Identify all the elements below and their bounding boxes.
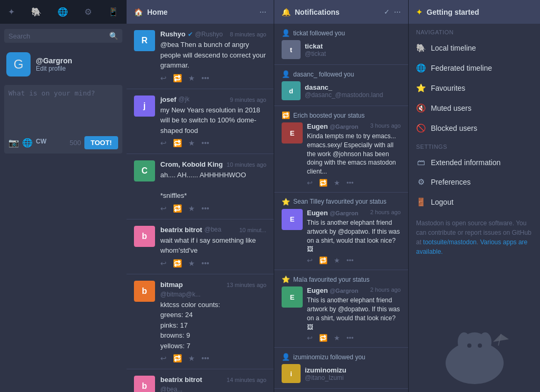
toot-button[interactable]: TOOT! (84, 136, 118, 149)
notif-reply-icon[interactable]: ↩ (307, 256, 313, 264)
fav-icon[interactable]: ★ (188, 74, 195, 82)
notif-more-icon[interactable]: ••• (346, 334, 354, 342)
status-avatar[interactable]: b (134, 226, 155, 247)
search-bar[interactable]: 🔍 (4, 29, 122, 43)
notif-user-avatar[interactable]: t (282, 40, 301, 59)
more-icon[interactable]: ••• (201, 259, 209, 267)
notif-type-icon: 👤 (282, 353, 290, 361)
more-icon[interactable]: ••• (201, 139, 209, 147)
reply-icon[interactable]: ↩ (160, 139, 167, 147)
notif-message: Maïa favourited your status (293, 276, 370, 283)
notif-status-time: 2 hours ago (370, 209, 401, 217)
compose-textarea[interactable] (8, 89, 118, 131)
settings-label: SETTINGS (409, 138, 540, 152)
notif-user-name: izuminomizu (305, 366, 346, 374)
notif-status-avatar[interactable]: E (282, 286, 303, 308)
svg-point-2 (455, 349, 468, 370)
github-link[interactable]: tootsuite/mastodon (423, 238, 476, 246)
notif-user-row: i izuminomizu @itano_Izumi (282, 364, 401, 383)
status-content: Rushyo ✔ @Rushyo 8 minutes ago @bea Then… (160, 30, 266, 82)
status-avatar[interactable]: C (134, 160, 155, 181)
filter-icon[interactable]: ⋯ (394, 8, 401, 16)
edit-profile-link[interactable]: Edit profile (36, 65, 72, 72)
notif-status-avatar[interactable]: E (282, 122, 303, 144)
fav-icon[interactable]: ★ (188, 354, 195, 362)
nav-icon-settings[interactable]: ⚙ (84, 7, 92, 17)
notif-boost-icon[interactable]: 🔁 (319, 179, 327, 187)
boost-icon[interactable]: 🔁 (173, 259, 182, 267)
notification-item: 🔁 Erich boosted your status E Eugen @Gar… (274, 106, 408, 193)
status-actions: ↩ 🔁 ★ ••• (160, 204, 266, 213)
image-icon[interactable]: 📷 (8, 138, 19, 148)
notif-status-time: 3 hours ago (370, 122, 401, 130)
notif-fav-icon[interactable]: ★ (334, 179, 340, 187)
notif-reply-icon[interactable]: ↩ (307, 334, 313, 342)
status-content: beatrix bitrot @bea... 14 minutes ago oh… (160, 376, 266, 392)
boost-icon[interactable]: 🔁 (173, 204, 182, 213)
blocked-users-item[interactable]: 🚫 Blocked users (409, 118, 540, 138)
notif-fav-icon[interactable]: ★ (334, 256, 340, 264)
reply-icon[interactable]: ↩ (160, 259, 167, 267)
home-column-scroll[interactable]: R Rushyo ✔ @Rushyo 8 minutes ago @bea Th… (127, 24, 274, 392)
nav-icon-apps[interactable]: 📱 (108, 7, 119, 17)
privacy-icon[interactable]: 🌐 (22, 138, 33, 148)
block-icon: 🚫 (416, 123, 426, 133)
reply-icon[interactable]: ↩ (160, 74, 167, 82)
notification-item: ⭐ なるぽ favourited your status E Eugen @Ga… (274, 389, 408, 392)
avatar[interactable]: G (6, 52, 31, 77)
status-avatar[interactable]: R (134, 30, 155, 51)
right-sidebar: ✦ Getting started NAVIGATION 🐘 Local tim… (409, 0, 540, 392)
status-avatar[interactable]: b (134, 376, 155, 392)
notif-message: tickat followed you (293, 30, 345, 37)
search-input[interactable] (8, 32, 109, 40)
muted-users-item[interactable]: 🔇 Muted users (409, 98, 540, 118)
getting-started-title: Getting started (427, 8, 479, 16)
notif-status-avatar[interactable]: E (282, 209, 303, 230)
notif-boost-icon[interactable]: 🔁 (319, 256, 327, 264)
nav-icon-globe[interactable]: 🌐 (57, 7, 68, 17)
notifications-column-scroll[interactable]: 👤 tickat followed you t tickat @tickat 👤… (274, 24, 408, 392)
status-name-area: josef @jk (160, 95, 189, 103)
status-avatar[interactable]: j (134, 95, 155, 117)
logout-item[interactable]: 🚪 Logout (409, 192, 540, 212)
notif-boost-icon[interactable]: 🔁 (319, 334, 327, 342)
favourites-item[interactable]: ⭐ Favourites (409, 78, 540, 98)
home-menu-icon[interactable]: ⋯ (259, 8, 266, 16)
status-content: Crom, Kobold King 10 minutes ago ah.... … (160, 160, 266, 213)
notif-more-icon[interactable]: ••• (346, 256, 354, 264)
notif-user-avatar[interactable]: i (282, 364, 301, 383)
extended-info-item[interactable]: 🗃 Extended information (409, 152, 540, 172)
notif-user-handle: @dasanc_@mastodon.land (305, 91, 383, 99)
notif-fav-icon[interactable]: ★ (334, 334, 340, 342)
notification-item: 👤 izuminomizu followed you i izuminomizu… (274, 348, 408, 389)
nav-icon-elephant[interactable]: 🐘 (31, 7, 42, 17)
notif-status-time: 2 hours ago (370, 286, 401, 294)
status-avatar[interactable]: b (134, 281, 155, 302)
preferences-item[interactable]: ⚙ Preferences (409, 172, 540, 192)
reply-icon[interactable]: ↩ (160, 354, 167, 362)
boost-icon[interactable]: 🔁 (173, 354, 182, 362)
notif-reply-icon[interactable]: ↩ (307, 179, 313, 187)
favourites-label: Favourites (431, 84, 465, 92)
fav-icon[interactable]: ★ (188, 259, 195, 267)
notif-user-row: d dasanc_ @dasanc_@mastodon.land (282, 81, 401, 100)
notif-status-actions: ↩ 🔁 ★ ••• (307, 334, 401, 342)
federated-timeline-item[interactable]: 🌐 Federated timeline (409, 58, 540, 78)
check-icon[interactable]: ✓ (384, 8, 390, 16)
right-sidebar-header: ✦ Getting started (409, 0, 540, 24)
fav-icon[interactable]: ★ (188, 204, 195, 213)
cw-button[interactable]: CW (36, 138, 46, 148)
reply-icon[interactable]: ↩ (160, 204, 167, 213)
profile-username: @Gargron (36, 56, 72, 65)
more-icon[interactable]: ••• (201, 354, 209, 362)
local-timeline-item[interactable]: 🐘 Local timeline (409, 38, 540, 58)
more-icon[interactable]: ••• (201, 204, 209, 213)
boost-icon[interactable]: 🔁 (173, 74, 182, 82)
fav-icon[interactable]: ★ (188, 139, 195, 147)
nav-icon-home[interactable]: ✦ (8, 7, 15, 17)
notif-user-avatar[interactable]: d (282, 81, 301, 100)
notif-more-icon[interactable]: ••• (346, 179, 354, 187)
extended-info-label: Extended information (431, 158, 500, 167)
boost-icon[interactable]: 🔁 (173, 139, 182, 147)
more-icon[interactable]: ••• (201, 74, 209, 82)
